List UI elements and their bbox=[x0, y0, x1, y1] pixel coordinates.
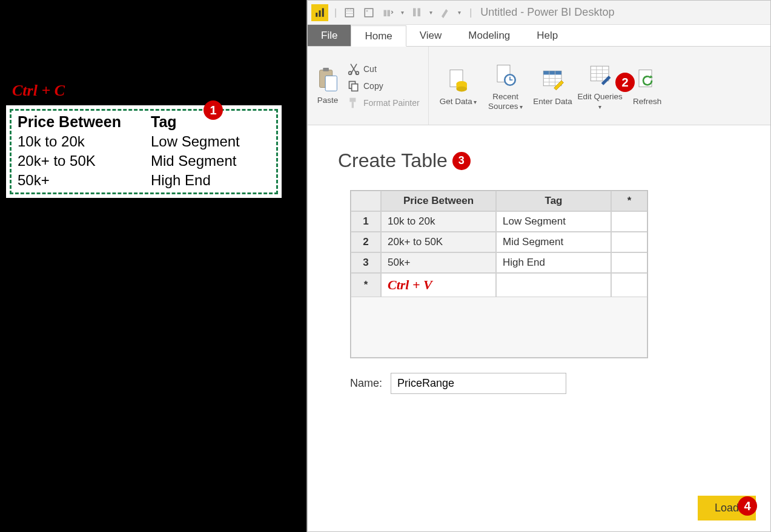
svg-rect-3 bbox=[345, 8, 354, 17]
svg-rect-18 bbox=[352, 102, 354, 108]
svg-rect-2 bbox=[322, 8, 324, 16]
paste-button[interactable]: Paste bbox=[314, 67, 342, 105]
app-title: Untitled - Power BI Desktop bbox=[480, 6, 614, 19]
recent-sources-icon bbox=[493, 63, 518, 88]
dialog-title-row: Create Table 3 bbox=[338, 149, 752, 172]
grid-rownum: 3 bbox=[351, 252, 381, 273]
tab-modeling[interactable]: Modeling bbox=[455, 25, 523, 46]
grid-cell-empty[interactable] bbox=[611, 273, 647, 297]
copy-icon bbox=[348, 80, 360, 92]
qat-icon[interactable] bbox=[438, 6, 452, 19]
tab-home[interactable]: Home bbox=[351, 25, 406, 47]
qat-icon[interactable] bbox=[382, 6, 395, 19]
name-row: Name: bbox=[350, 373, 752, 394]
quick-access-toolbar: | ▾ ▾ ▾ | bbox=[334, 6, 472, 19]
svg-point-13 bbox=[349, 71, 352, 74]
grid-header-col2[interactable]: Tag bbox=[496, 191, 611, 211]
svg-rect-8 bbox=[413, 8, 416, 16]
enter-data-icon bbox=[540, 68, 566, 93]
grid-rownum: 1 bbox=[351, 211, 381, 232]
svg-rect-16 bbox=[352, 84, 358, 91]
grid-cell[interactable]: High End bbox=[496, 252, 611, 273]
qat-icon[interactable] bbox=[362, 6, 376, 19]
grid-corner bbox=[351, 191, 381, 211]
name-label: Name: bbox=[350, 377, 382, 390]
svg-point-14 bbox=[356, 71, 359, 74]
svg-rect-4 bbox=[365, 8, 373, 17]
grid-row-add[interactable]: * bbox=[351, 273, 381, 297]
source-panel: Ctrl + C Price Between Tag 10k to 20k Lo… bbox=[0, 0, 306, 532]
edit-queries-icon bbox=[587, 63, 613, 88]
svg-rect-12 bbox=[325, 76, 337, 91]
svg-rect-6 bbox=[384, 10, 387, 16]
get-data-button[interactable]: Get Data bbox=[435, 65, 482, 107]
qat-icon[interactable] bbox=[410, 6, 423, 19]
data-grid[interactable]: Price Between Tag * 1 10k to 20k Low Seg… bbox=[350, 190, 648, 358]
svg-point-5 bbox=[366, 10, 368, 11]
svg-rect-9 bbox=[418, 8, 421, 16]
grid-cell[interactable]: Mid Segment bbox=[496, 232, 611, 252]
edit-queries-label: Edit Queries bbox=[577, 92, 622, 101]
svg-rect-0 bbox=[316, 13, 317, 17]
grid-cell[interactable]: 50k+ bbox=[381, 252, 496, 273]
qat-icon[interactable] bbox=[343, 6, 356, 19]
svg-rect-1 bbox=[319, 10, 321, 17]
cut-icon bbox=[348, 63, 360, 75]
grid-cell[interactable]: 10k to 20k bbox=[381, 211, 496, 232]
create-table-dialog: Create Table 3 Price Between Tag * 1 10k… bbox=[308, 125, 770, 406]
grid-rownum: 2 bbox=[351, 232, 381, 252]
step-badge-2: 2 bbox=[615, 73, 635, 92]
ribbon-tabs: File Home View Modeling Help bbox=[308, 25, 770, 47]
svg-point-22 bbox=[456, 86, 467, 91]
enter-data-label: Enter Data bbox=[533, 97, 572, 107]
source-cell: 10k to 20k bbox=[14, 132, 147, 151]
grid-cell-empty[interactable] bbox=[611, 252, 647, 273]
step-badge-1: 1 bbox=[204, 100, 223, 120]
ribbon-home: Paste Cut Copy Format Painter bbox=[308, 47, 770, 125]
title-bar: | ▾ ▾ ▾ | Untitled - Power BI Desktop bbox=[308, 1, 770, 25]
source-header-price: Price Between bbox=[14, 112, 147, 132]
tab-file[interactable]: File bbox=[308, 25, 351, 46]
copy-label: Copy bbox=[363, 81, 383, 91]
source-cell: Low Segment bbox=[147, 132, 274, 151]
cut-button[interactable]: Cut bbox=[345, 62, 422, 76]
grid-header-add[interactable]: * bbox=[611, 191, 647, 211]
source-cell: 50k+ bbox=[14, 171, 147, 190]
svg-rect-26 bbox=[543, 71, 561, 74]
format-painter-label: Format Painter bbox=[363, 98, 420, 108]
format-painter-button[interactable]: Format Painter bbox=[345, 96, 422, 110]
get-data-label: Get Data bbox=[440, 97, 472, 106]
table-name-input[interactable] bbox=[391, 373, 566, 394]
source-table: Price Between Tag 10k to 20k Low Segment… bbox=[10, 109, 278, 194]
refresh-icon bbox=[635, 68, 660, 93]
dialog-title: Create Table bbox=[338, 149, 448, 172]
powerbi-window: | ▾ ▾ ▾ | Untitled - Power BI Desktop Fi… bbox=[306, 0, 771, 532]
svg-rect-7 bbox=[388, 10, 391, 16]
source-cell: High End bbox=[147, 171, 274, 190]
grid-header-col1[interactable]: Price Between bbox=[381, 191, 496, 211]
paste-label: Paste bbox=[317, 96, 339, 105]
copy-annotation: Ctrl + C bbox=[12, 82, 65, 100]
grid-cell[interactable]: Low Segment bbox=[496, 211, 611, 232]
copy-button[interactable]: Copy bbox=[345, 79, 422, 93]
grid-cell-empty[interactable] bbox=[611, 211, 647, 232]
ribbon-group-clipboard: Paste Cut Copy Format Painter bbox=[308, 47, 429, 125]
grid-empty-area bbox=[351, 297, 647, 358]
enter-data-button[interactable]: Enter Data bbox=[529, 65, 577, 107]
tab-view[interactable]: View bbox=[406, 25, 455, 46]
source-cell: 20k+ to 50K bbox=[14, 151, 147, 171]
refresh-label: Refresh bbox=[633, 97, 661, 107]
paste-annotation: Ctrl + V bbox=[381, 273, 496, 297]
grid-cell-empty[interactable] bbox=[611, 232, 647, 252]
paste-icon bbox=[314, 67, 342, 94]
svg-rect-11 bbox=[323, 68, 329, 71]
recent-sources-label: Recent Sources bbox=[488, 92, 518, 111]
format-painter-icon bbox=[348, 97, 360, 109]
tab-help[interactable]: Help bbox=[523, 25, 571, 46]
recent-sources-button[interactable]: Recent Sources bbox=[482, 61, 529, 111]
source-cell: Mid Segment bbox=[147, 151, 274, 171]
ribbon-group-data: Get Data Recent Sources Enter Data Edit … bbox=[429, 47, 677, 125]
grid-cell-empty[interactable] bbox=[496, 273, 611, 297]
step-badge-4: 4 bbox=[738, 496, 757, 516]
grid-cell[interactable]: 20k+ to 50K bbox=[381, 232, 496, 252]
